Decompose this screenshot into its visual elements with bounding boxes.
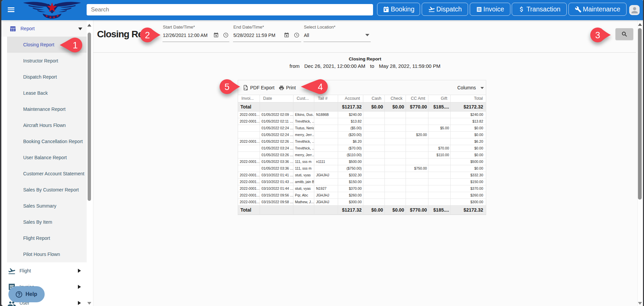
svg-text:4: 4: [318, 82, 323, 92]
svg-text:2: 2: [145, 30, 150, 40]
svg-text:5: 5: [224, 82, 229, 92]
svg-text:1: 1: [73, 40, 78, 50]
svg-text:3: 3: [595, 30, 600, 40]
